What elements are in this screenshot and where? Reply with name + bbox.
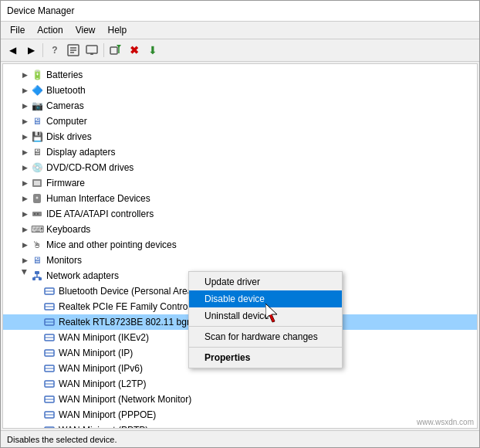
status-text: Disables the selected device. [7,435,117,444]
uninstall-device-label: Uninstall device [205,311,269,321]
network-label: Network adapters [46,270,119,281]
monitors-label: Monitors [46,255,82,266]
expand-batteries[interactable]: ▶ [19,71,31,79]
expand-computer[interactable]: ▶ [19,117,31,125]
wan-nm-icon [43,393,56,406]
firmware-icon [31,177,43,189]
bluetooth-icon: 🔷 [31,84,43,97]
tree-item-computer[interactable]: ▶ 🖥 Computer [3,114,477,129]
wan-ipv6-label: WAN Miniport (IPv6) [59,363,143,374]
expand-network[interactable]: ▶ [21,270,29,282]
wan-ikev2-icon [43,331,56,344]
properties-label: Properties [205,352,250,363]
mice-icon: 🖱 [31,239,43,251]
bluetooth-label: Bluetooth [46,85,86,96]
menu-action[interactable]: Action [31,23,69,37]
tree-item-keyboards[interactable]: ▶ ⌨ Keyboards [3,222,477,237]
tree-item-mice[interactable]: ▶ 🖱 Mice and other pointing devices [3,237,477,253]
toolbar: ◀ ▶ ? ✖ ⬇ [1,39,479,62]
screen-button[interactable] [83,42,100,59]
tree-item-monitors[interactable]: ▶ 🖥 Monitors [3,253,477,268]
expand-bluetooth[interactable]: ▶ [19,87,31,94]
tree-item-dvd[interactable]: ▶ 💿 DVD/CD-ROM drives [3,160,477,175]
expand-hid[interactable]: ▶ [19,195,31,202]
context-uninstall-device[interactable]: Uninstall device [189,307,342,324]
keyboards-label: Keyboards [46,224,90,235]
help-button[interactable]: ? [46,42,63,59]
tree-item-batteries[interactable]: ▶ 🔋 Batteries [3,67,477,83]
svg-rect-7 [110,47,117,54]
hid-icon [31,192,43,205]
cameras-icon: 📷 [31,100,43,112]
dvd-label: DVD/CD-ROM drives [46,162,134,173]
watermark: www.wsxdn.com [417,418,474,426]
tree-item-wan-pppoe[interactable]: WAN Miniport (PPPOE) [3,407,477,423]
update-driver-label: Update driver [205,277,260,287]
tree-item-disk[interactable]: ▶ 💾 Disk drives [3,129,477,144]
tree-item-wan-pptp[interactable]: WAN Miniport (PPTP) [3,423,477,428]
firmware-label: Firmware [46,178,85,188]
expand-mice[interactable]: ▶ [19,241,31,249]
properties-button[interactable] [65,42,82,59]
device-manager-window: Device Manager File Action View Help ◀ ▶… [0,0,480,448]
remove-button[interactable]: ✖ [126,42,143,59]
title-bar: Device Manager [1,1,479,22]
context-menu: Update driver Disable device Uninstall d… [188,271,343,368]
mice-label: Mice and other pointing devices [46,239,177,250]
menu-view[interactable]: View [69,23,102,37]
svg-rect-16 [37,213,39,215]
wan-pppoe-label: WAN Miniport (PPPOE) [59,409,156,420]
context-properties[interactable]: Properties [189,349,342,366]
context-separator-1 [189,326,342,327]
svg-rect-11 [34,181,40,185]
menu-file[interactable]: File [4,23,31,37]
status-bar: Disables the selected device. [1,430,479,447]
toolbar-separator-2 [103,43,104,57]
disk-icon: 💾 [31,131,43,143]
wan-pppoe-icon [43,409,56,421]
bt-pan-icon [43,285,56,297]
back-button[interactable]: ◀ [4,42,21,59]
tree-item-wan-nm[interactable]: WAN Miniport (Network Monitor) [3,392,477,407]
expand-firmware[interactable]: ▶ [19,179,31,187]
tree-item-display[interactable]: ▶ 🖥 Display adapters [3,144,477,160]
content-area: ▶ 🔋 Batteries ▶ 🔷 Bluetooth ▶ 📷 Cameras … [2,63,478,429]
context-update-driver[interactable]: Update driver [189,273,342,290]
forward-button[interactable]: ▶ [22,42,39,59]
disable-device-label: Disable device [205,294,265,304]
context-scan-changes[interactable]: Scan for hardware changes [189,328,342,345]
svg-rect-4 [86,46,97,53]
expand-disk[interactable]: ▶ [19,133,31,141]
tree-item-cameras[interactable]: ▶ 📷 Cameras [3,98,477,114]
computer-icon: 🖥 [31,115,43,127]
tree-item-wan-l2tp[interactable]: WAN Miniport (L2TP) [3,376,477,392]
scan-changes-label: Scan for hardware changes [205,331,318,342]
keyboard-icon: ⌨ [31,223,43,236]
monitor-icon: 🖥 [31,254,43,266]
window-title: Device Manager [7,5,74,16]
tree-item-bluetooth[interactable]: ▶ 🔷 Bluetooth [3,83,477,98]
screen-icon [86,44,98,56]
expand-dvd[interactable]: ▶ [19,164,31,171]
expand-ide[interactable]: ▶ [19,210,31,218]
wan-ikev2-label: WAN Miniport (IKEv2) [59,332,149,343]
menu-bar: File Action View Help [1,22,479,39]
tree-item-ide[interactable]: ▶ IDE ATA/ATAPI controllers [3,206,477,222]
battery-icon: 🔋 [31,69,43,81]
expand-cameras[interactable]: ▶ [19,102,31,110]
computer-label: Computer [46,116,87,127]
ide-label: IDE ATA/ATAPI controllers [46,209,154,219]
cameras-label: Cameras [46,100,84,111]
download-button[interactable]: ⬇ [144,42,161,59]
display-icon: 🖥 [31,146,43,158]
tree-item-hid[interactable]: ▶ Human Interface Devices [3,191,477,206]
context-disable-device[interactable]: Disable device [189,290,342,307]
tree-view: ▶ 🔋 Batteries ▶ 🔷 Bluetooth ▶ 📷 Cameras … [3,64,477,428]
realtek-fe-icon [43,300,56,313]
tree-item-firmware[interactable]: ▶ Firmware [3,175,477,191]
scan-button[interactable] [107,42,124,59]
expand-keyboards[interactable]: ▶ [19,226,31,233]
expand-monitors[interactable]: ▶ [19,256,31,264]
expand-display[interactable]: ▶ [19,148,31,156]
menu-help[interactable]: Help [102,23,134,37]
